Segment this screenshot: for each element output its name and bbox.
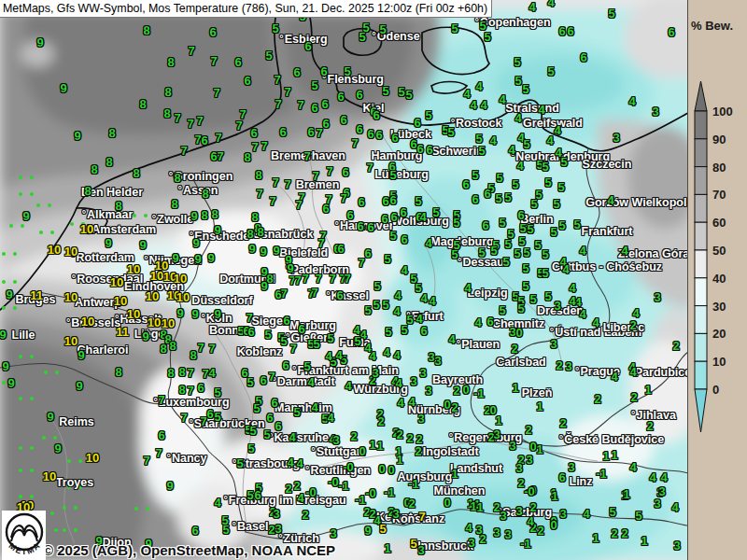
temperature-value: 4: [287, 455, 293, 469]
temperature-value: 6: [337, 242, 344, 256]
temperature-value: 7: [158, 393, 164, 407]
temperature-value: 1: [644, 383, 651, 397]
temperature-value: 7: [311, 286, 317, 300]
temperature-value: 4: [296, 456, 303, 470]
temperature-value: 5: [495, 191, 501, 205]
temperature-value: -0: [343, 460, 354, 474]
temperature-value: 7: [294, 273, 301, 287]
temperature-value: 9: [364, 524, 371, 538]
temperature-value: 7: [351, 136, 358, 150]
temperature-value: 8: [171, 197, 177, 211]
temperature-value: 10: [127, 307, 140, 321]
temperature-value: 2: [406, 431, 413, 445]
temperature-value: 6: [298, 322, 304, 336]
temperature-value: 6: [293, 65, 300, 79]
temperature-value: 10: [86, 451, 99, 465]
city-label: Carlsbad: [496, 356, 546, 369]
temperature-value: 0: [515, 326, 522, 340]
temperature-value: 4: [475, 79, 482, 93]
colorbar-tick-label: 20: [712, 327, 726, 341]
temperature-value: 9: [166, 479, 173, 493]
weather-map[interactable]: Horsens°Copenhagen°Esbjerg°Odense°Flensb…: [0, 0, 688, 560]
temperature-value: 6: [484, 187, 490, 201]
city-label: Liberec: [603, 321, 644, 334]
temperature-value: 10: [174, 272, 187, 286]
drizzle-symbol: [67, 459, 82, 463]
temperature-value: 7: [275, 97, 281, 111]
temperature-value: 3: [613, 131, 619, 145]
temperature-value: 5: [373, 298, 379, 312]
temperature-value: 1: [623, 487, 629, 501]
city-label: °Nancy: [167, 452, 207, 465]
temperature-value: 5: [557, 180, 564, 194]
temperature-value: 4: [569, 281, 575, 295]
temperature-value: 10: [48, 243, 61, 257]
temperature-value: 0: [550, 518, 557, 532]
temperature-value: 10: [127, 262, 140, 276]
city-label: München: [434, 484, 486, 497]
temperature-value: 7: [180, 144, 187, 158]
colorbar-tick-label: 50: [712, 244, 726, 258]
temperature-value: 6: [558, 470, 565, 484]
city-label: °Kassel: [326, 289, 369, 302]
temperature-value: 6: [209, 25, 216, 39]
temperature-value: 6: [416, 142, 423, 156]
temperature-value: 5: [558, 218, 565, 232]
temperature-value: 5: [553, 197, 559, 211]
temperature-value: 7: [251, 140, 258, 154]
drizzle-symbol: [63, 528, 78, 532]
temperature-value: 9: [76, 379, 82, 393]
temperature-value: 1: [536, 442, 543, 456]
temperature-value: 6: [390, 210, 397, 224]
temperature-value: 5: [453, 238, 459, 252]
temperature-value: 5: [504, 237, 511, 251]
temperature-value: 5: [382, 298, 388, 312]
temperature-value: 8: [139, 97, 146, 111]
temperature-value: 3: [417, 412, 424, 426]
temperature-value: 3: [652, 105, 658, 119]
temperature-value: 10: [148, 315, 161, 329]
temperature-value: -1: [338, 479, 349, 493]
temperature-value: 5: [522, 261, 529, 275]
temperature-value: 5: [263, 427, 270, 441]
metmaps-logo: METMAPS: [2, 511, 46, 560]
temperature-value: 3: [417, 543, 424, 557]
temperature-value: 7: [268, 370, 275, 384]
temperature-value: 3: [332, 433, 339, 447]
temperature-value: 9: [214, 307, 220, 321]
temperature-value: 7: [317, 236, 324, 250]
temperature-value: 6: [244, 74, 250, 88]
city-label: Zielona Góra: [618, 247, 688, 260]
colorbar-tick-label: 60: [712, 216, 726, 230]
temperature-value: 4: [592, 315, 599, 329]
temperature-value: 5: [379, 22, 386, 36]
city-label: Gorzów Wielkopolski: [585, 196, 688, 209]
temperature-value: 5: [432, 205, 439, 219]
temperature-value: 4: [628, 94, 635, 108]
temperature-value: 2: [408, 497, 415, 511]
temperature-value: 4: [508, 143, 514, 157]
temperature-value: 7: [326, 164, 332, 178]
temperature-value: 6: [462, 177, 469, 191]
temperature-value: 4: [554, 123, 560, 137]
temperature-value: 2: [479, 532, 486, 546]
temperature-value: 7: [303, 149, 310, 163]
temperature-value: 4: [516, 159, 523, 173]
temperature-value: 4: [583, 507, 589, 521]
temperature-value: 9: [192, 236, 199, 250]
temperature-value: 10: [110, 275, 123, 289]
city-label: °Flensburg: [322, 73, 384, 86]
drizzle-symbol: [133, 214, 148, 217]
temperature-value: 5: [542, 266, 548, 280]
drizzle-symbol: [19, 355, 34, 358]
temperature-value: 4: [579, 244, 585, 258]
temperature-value: 6: [275, 419, 281, 433]
temperature-value: 6: [260, 373, 266, 387]
temperature-value: 4: [420, 291, 427, 305]
temperature-value: 7: [315, 272, 321, 286]
temperature-value: 5: [265, 49, 272, 63]
temperature-value: 4: [529, 0, 535, 14]
temperature-value: 4: [335, 348, 342, 362]
temperature-value: 3: [434, 354, 441, 368]
temperature-value: 7: [366, 161, 373, 175]
